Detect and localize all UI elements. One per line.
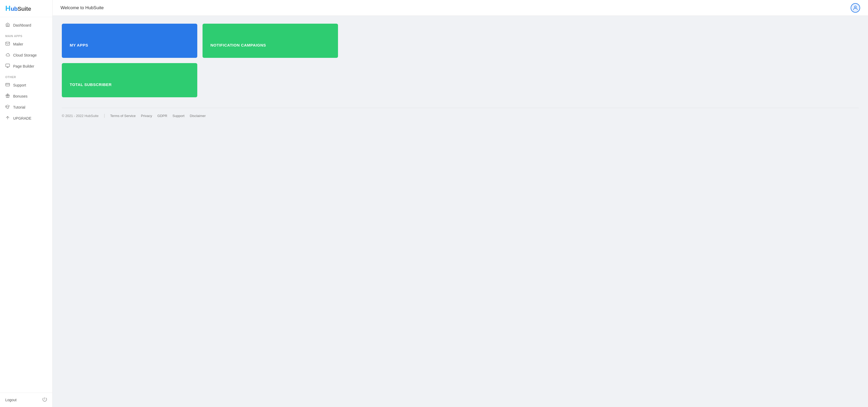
footer-link-gdpr[interactable]: GDPR <box>157 114 167 118</box>
my-apps-label: MY APPS <box>70 43 88 47</box>
sidebar-item-upgrade-label: UPGRADE <box>13 116 31 120</box>
support-icon <box>5 82 10 88</box>
sidebar-item-page-builder[interactable]: Page Builder <box>0 61 52 72</box>
total-subscriber-card[interactable]: TOTAL SUBSCRIBER <box>62 63 197 97</box>
content-area: MY APPS NOTIFICATION CAMPAIGNS TOTAL SUB… <box>53 16 868 407</box>
footer-link-tos[interactable]: Terms of Service <box>110 114 136 118</box>
user-avatar[interactable] <box>850 3 860 12</box>
mail-icon <box>5 41 10 47</box>
sidebar-section-main-apps: MAIN APPS <box>0 31 52 39</box>
sidebar-item-support[interactable]: Support <box>0 80 52 91</box>
svg-point-4 <box>854 6 856 8</box>
sidebar-item-bonuses[interactable]: Bonuses <box>0 91 52 102</box>
total-subscriber-label: TOTAL SUBSCRIBER <box>70 82 112 87</box>
sidebar-item-mailer-label: Mailer <box>13 42 23 46</box>
footer: © 2021 - 2022 HubSuite | Terms of Servic… <box>62 108 859 118</box>
svg-rect-1 <box>6 64 10 67</box>
sidebar-item-tutorial[interactable]: Tutorial <box>0 102 52 113</box>
page-title: Welcome to HubSuite <box>61 5 104 10</box>
svg-rect-0 <box>6 42 10 45</box>
power-icon <box>42 397 47 403</box>
sidebar-item-upgrade[interactable]: UPGRADE <box>0 113 52 124</box>
sidebar-item-page-builder-label: Page Builder <box>13 64 34 68</box>
sidebar-section-other: OTHER <box>0 72 52 80</box>
sidebar-item-dashboard[interactable]: Dashboard <box>0 20 52 31</box>
upgrade-icon <box>5 116 10 121</box>
logout-label: Logout <box>5 398 17 402</box>
footer-link-privacy[interactable]: Privacy <box>141 114 152 118</box>
topbar: Welcome to HubSuite <box>53 0 868 16</box>
sidebar-item-cloud-storage-label: Cloud Storage <box>13 53 37 57</box>
notification-campaigns-label: NOTIFICATION CAMPAIGNS <box>210 43 266 47</box>
sidebar-item-cloud-storage[interactable]: Cloud Storage <box>0 50 52 61</box>
sidebar-item-tutorial-label: Tutorial <box>13 105 25 109</box>
footer-separator: | <box>104 113 105 118</box>
sidebar-item-support-label: Support <box>13 83 26 87</box>
sidebar-item-dashboard-label: Dashboard <box>13 23 31 27</box>
monitor-icon <box>5 63 10 69</box>
graduation-icon <box>5 104 10 110</box>
sidebar: HubSuite Dashboard MAIN APPS Mailer Clou… <box>0 0 53 407</box>
footer-link-disclaimer[interactable]: Disclaimer <box>190 114 206 118</box>
sidebar-nav: Dashboard MAIN APPS Mailer Cloud Storage… <box>0 17 52 393</box>
sidebar-item-mailer[interactable]: Mailer <box>0 39 52 50</box>
cards-grid: MY APPS NOTIFICATION CAMPAIGNS TOTAL SUB… <box>62 24 338 97</box>
home-icon <box>5 22 10 28</box>
sidebar-item-bonuses-label: Bonuses <box>13 94 27 98</box>
main-content: Welcome to HubSuite MY APPS NOTIFICATION… <box>53 0 868 407</box>
cloud-icon <box>5 52 10 58</box>
footer-link-support[interactable]: Support <box>173 114 185 118</box>
footer-copyright: © 2021 - 2022 HubSuite <box>62 114 99 118</box>
svg-rect-2 <box>6 83 10 86</box>
my-apps-card[interactable]: MY APPS <box>62 24 197 58</box>
gift-icon <box>5 93 10 99</box>
logo: HubSuite <box>0 0 52 17</box>
logout-button[interactable]: Logout <box>0 393 52 407</box>
notification-campaigns-card[interactable]: NOTIFICATION CAMPAIGNS <box>203 24 338 58</box>
